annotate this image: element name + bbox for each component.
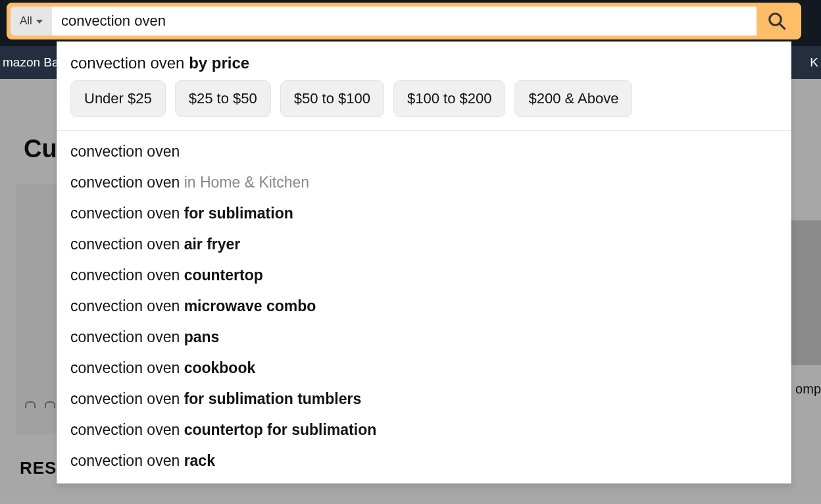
suggestion-suffix: countertop for sublimation <box>184 421 377 438</box>
suggestion-list: convection ovenconvection oven in Home &… <box>57 136 791 476</box>
suggestion-suffix: for sublimation <box>184 205 293 222</box>
suggestion-base: convection oven <box>70 236 180 253</box>
suggestion-suffix: for sublimation tumblers <box>184 390 362 407</box>
search-suggestion[interactable]: convection oven cookbook <box>57 353 791 384</box>
search-suggestion[interactable]: convection oven countertop for sublimati… <box>57 415 791 445</box>
search-suggestion[interactable]: convection oven air fryer <box>57 229 791 260</box>
price-range-chip[interactable]: $100 to $200 <box>393 80 505 117</box>
suggestion-base: convection oven <box>70 390 180 407</box>
price-range-chip[interactable]: $50 to $100 <box>280 80 384 117</box>
suggestion-suffix: pans <box>184 328 220 345</box>
suggestion-suffix: air fryer <box>184 236 241 253</box>
search-button[interactable] <box>757 7 797 36</box>
price-range-chip[interactable]: $25 to $50 <box>175 80 271 117</box>
search-category-select[interactable]: All <box>11 7 52 36</box>
svg-line-1 <box>780 24 785 30</box>
suggestion-suffix: countertop <box>184 266 263 284</box>
suggestion-category: in Home & Kitchen <box>184 174 309 191</box>
suggestion-base: convection oven <box>70 174 180 191</box>
search-suggestion[interactable]: convection oven pans <box>57 322 791 353</box>
suggestion-base: convection oven <box>70 328 180 345</box>
suggestion-base: convection oven <box>70 297 180 315</box>
search-icon <box>767 11 787 31</box>
suggestion-base: convection oven <box>70 452 180 469</box>
search-suggestion[interactable]: convection oven rack <box>57 445 791 476</box>
price-range-chip[interactable]: $200 & Above <box>514 80 632 117</box>
suggestion-base: convection oven <box>70 205 180 222</box>
search-input[interactable] <box>52 7 757 36</box>
search-suggestion[interactable]: convection oven for sublimation tumblers <box>57 384 791 415</box>
suggestion-suffix: cookbook <box>184 359 256 376</box>
search-category-label: All <box>20 14 32 28</box>
search-suggestion[interactable]: convection oven <box>57 136 791 167</box>
search-suggestion[interactable]: convection oven in Home & Kitchen <box>57 167 791 198</box>
suggestion-suffix: rack <box>184 452 215 469</box>
price-range-chips: Under $25$25 to $50$50 to $100$100 to $2… <box>57 80 791 131</box>
top-bar: All <box>0 0 821 46</box>
suggestion-base: convection oven <box>70 266 180 284</box>
search-suggestion[interactable]: convection oven countertop <box>57 260 791 291</box>
suggestion-price-header: convection oven by price <box>57 54 791 80</box>
price-range-chip[interactable]: Under $25 <box>70 80 166 117</box>
subnav-link-amazon-basics[interactable]: mazon Bas <box>3 55 62 70</box>
search-suggestions-dropdown: convection oven by price Under $25$25 to… <box>57 41 791 484</box>
suggestion-suffix: by price <box>189 54 249 72</box>
chevron-down-icon <box>36 20 43 24</box>
search-suggestion[interactable]: convection oven for sublimation <box>57 198 791 229</box>
search-suggestion[interactable]: convection oven microwave combo <box>57 291 791 322</box>
svg-point-0 <box>770 14 782 26</box>
suggestion-base: convection oven <box>70 421 180 438</box>
suggestion-base: convection oven <box>70 359 180 376</box>
suggestion-base: convection oven <box>70 143 180 160</box>
suggestion-suffix: microwave combo <box>184 297 316 315</box>
suggestion-base: convection oven <box>70 54 184 72</box>
search-bar: All <box>7 3 801 39</box>
